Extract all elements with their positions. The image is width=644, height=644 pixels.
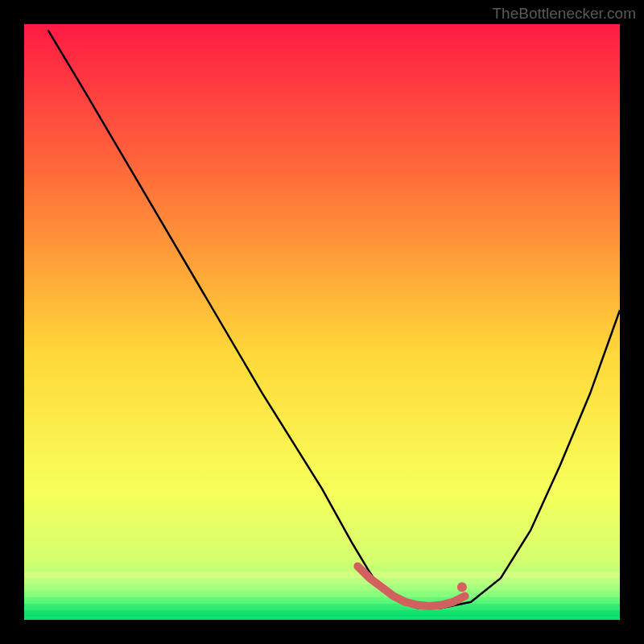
plot-area (24, 24, 620, 620)
green-bands (24, 572, 620, 617)
highlight-dot-icon (457, 582, 467, 592)
svg-rect-5 (24, 604, 620, 610)
watermark-text: TheBottlenecker.com (493, 5, 636, 23)
svg-rect-3 (24, 591, 620, 597)
svg-rect-4 (24, 597, 620, 604)
chart-container: TheBottlenecker.com (0, 0, 644, 644)
svg-rect-1 (24, 578, 620, 584)
svg-rect-2 (24, 584, 620, 591)
chart-svg (24, 24, 620, 620)
svg-rect-6 (24, 610, 620, 617)
svg-rect-0 (24, 572, 620, 578)
